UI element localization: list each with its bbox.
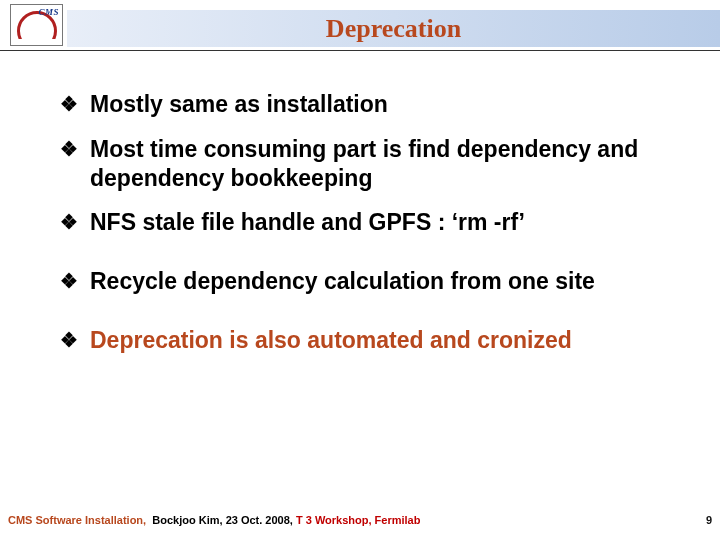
diamond-icon: ❖: [60, 326, 84, 354]
bullet-text: Recycle dependency calculation from one …: [90, 267, 595, 296]
slide-title: Deprecation: [326, 14, 461, 44]
diamond-icon: ❖: [60, 208, 84, 236]
footer-part-2: Bockjoo Kim,: [152, 514, 222, 526]
bullet-text: Mostly same as installation: [90, 90, 388, 119]
spacer: [60, 312, 680, 326]
bullet-text: Most time consuming part is find depende…: [90, 135, 680, 193]
cms-logo: CMS: [10, 4, 63, 46]
page-number: 9: [706, 514, 712, 526]
diamond-icon: ❖: [60, 267, 84, 295]
bullet-item: ❖ Most time consuming part is find depen…: [60, 135, 680, 193]
bullet-item: ❖ Mostly same as installation: [60, 90, 680, 119]
bullet-item: ❖ NFS stale file handle and GPFS : ‘rm -…: [60, 208, 680, 237]
footer-part-4: T 3 Workshop, Fermilab: [296, 514, 421, 526]
spacer: [60, 253, 680, 267]
bullet-text: NFS stale file handle and GPFS : ‘rm -rf…: [90, 208, 525, 237]
slide-footer: CMS Software Installation, Bockjoo Kim, …: [8, 514, 712, 526]
bullet-item: ❖ Deprecation is also automated and cron…: [60, 326, 680, 355]
header-divider: [0, 50, 720, 51]
title-band: Deprecation: [67, 10, 720, 47]
bullet-item: ❖ Recycle dependency calculation from on…: [60, 267, 680, 296]
slide-content: ❖ Mostly same as installation ❖ Most tim…: [60, 90, 680, 371]
diamond-icon: ❖: [60, 135, 84, 163]
logo-text: CMS: [38, 7, 59, 17]
diamond-icon: ❖: [60, 90, 84, 118]
bullet-text: Deprecation is also automated and croniz…: [90, 326, 572, 355]
footer-part-1: CMS Software Installation,: [8, 514, 146, 526]
footer-part-3: 23 Oct. 2008,: [226, 514, 293, 526]
